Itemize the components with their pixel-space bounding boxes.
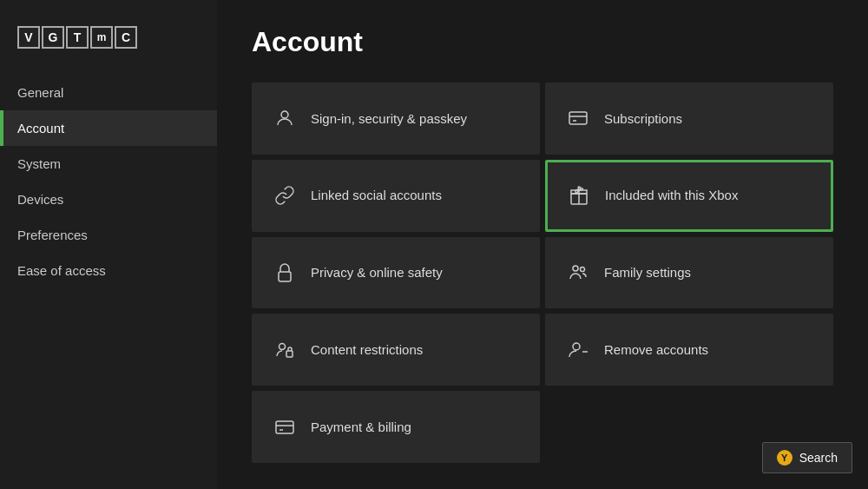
tile-subscriptions[interactable]: Subscriptions [545,83,833,155]
svg-point-0 [281,111,288,118]
card-icon [273,415,297,439]
svg-rect-10 [286,351,293,357]
sidebar-item-ease-of-access[interactable]: Ease of access [0,253,217,288]
sidebar-item-preferences[interactable]: Preferences [0,217,217,253]
link-icon [273,183,297,208]
logo-letter-c: C [115,26,137,49]
sidebar-item-account[interactable]: Account [0,110,217,146]
tile-remove-accounts[interactable]: Remove accounts [545,314,833,386]
tile-sign-in-security[interactable]: Sign-in, security & passkey [252,83,540,155]
search-button[interactable]: Y Search [762,442,852,473]
svg-rect-1 [569,112,587,124]
person-lock-icon [273,338,297,362]
sidebar-item-devices[interactable]: Devices [0,182,217,217]
sidebar-nav: General Account System Devices Preferenc… [0,75,217,288]
tile-privacy-label: Privacy & online safety [311,264,443,281]
logo-box: V G T m C [17,26,137,49]
tile-content-restrictions[interactable]: Content restrictions [252,314,540,386]
logo-letter-v: V [17,26,40,49]
logo-letter-g: G [42,26,64,49]
svg-rect-6 [279,272,291,281]
tile-privacy-safety[interactable]: Privacy & online safety [252,237,540,309]
tile-family-settings[interactable]: Family settings [545,237,833,309]
tile-subscriptions-label: Subscriptions [604,110,682,128]
search-label: Search [799,451,838,465]
svg-point-11 [573,343,580,350]
sidebar-item-general[interactable]: General [0,75,217,110]
tile-payment-label: Payment & billing [311,419,411,436]
page-title: Account [252,26,833,58]
tile-linked-social[interactable]: Linked social accounts [252,160,540,232]
tile-included-xbox-label: Included with this Xbox [605,187,738,204]
logo: V G T m C [0,17,217,75]
svg-point-8 [581,267,585,271]
sidebar: V G T m C General Account System Devices… [0,0,217,489]
person-icon [273,106,297,130]
logo-letter-t: T [66,26,89,49]
tile-content-restrictions-label: Content restrictions [311,341,423,359]
gift-icon [567,183,591,208]
tile-family-label: Family settings [604,264,691,281]
person-remove-icon [566,338,590,362]
tile-included-xbox[interactable]: Included with this Xbox [545,160,833,232]
lock-icon [273,261,297,285]
subscriptions-icon [566,106,590,130]
main-content: Account Sign-in, security & passkey Su [217,0,868,489]
tile-payment-billing[interactable]: Payment & billing [252,391,540,463]
svg-point-7 [573,266,578,271]
tile-sign-in-label: Sign-in, security & passkey [311,110,467,128]
svg-point-9 [279,343,286,349]
tiles-grid: Sign-in, security & passkey Subscription… [252,83,833,463]
tile-linked-social-label: Linked social accounts [311,187,442,204]
tile-remove-accounts-label: Remove accounts [604,341,708,359]
sidebar-item-system[interactable]: System [0,146,217,182]
family-icon [566,261,590,285]
logo-letter-m: m [90,26,113,49]
y-button-icon: Y [777,450,792,466]
svg-rect-13 [276,421,293,433]
